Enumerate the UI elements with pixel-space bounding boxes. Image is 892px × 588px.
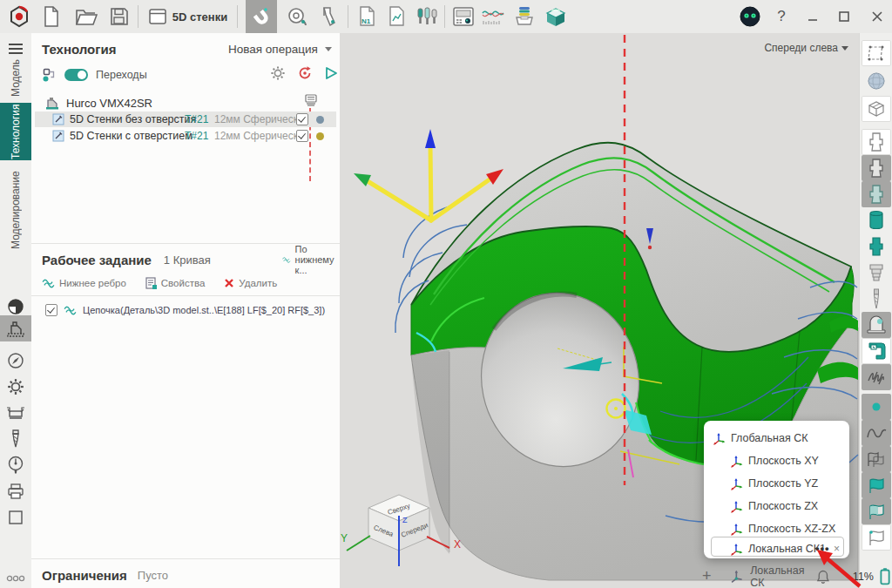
additive-button[interactable] <box>509 0 540 33</box>
menu-item-plane-xy[interactable]: Плоскость XY <box>730 450 819 471</box>
job-item-row[interactable]: Цепочка(Деталь\3D model.st..\E[188] LF[$… <box>45 301 325 319</box>
more-button[interactable] <box>0 566 31 588</box>
stock-layers-button[interactable] <box>862 260 891 286</box>
point-marker-button[interactable] <box>862 394 891 420</box>
chevron-down-icon <box>841 46 848 51</box>
tool-button[interactable] <box>0 427 31 451</box>
flag-result-button[interactable] <box>862 498 891 524</box>
lower-edge-button[interactable]: Нижнее ребро <box>42 278 126 288</box>
current-cs-selector[interactable]: Локальная СК <box>750 564 816 588</box>
part-solid-button[interactable] <box>862 155 891 181</box>
tab-5d-walls[interactable]: 5D стенки <box>143 0 233 33</box>
flag-outline-button[interactable] <box>862 524 891 551</box>
operation-checkbox[interactable] <box>296 113 308 125</box>
cs-more-button[interactable]: ••• <box>815 538 830 559</box>
compass-button[interactable] <box>0 348 31 373</box>
constraints-header: Ограничения Пусто <box>42 565 168 585</box>
svg-text:N1: N1 <box>362 17 371 25</box>
machine-mode-button[interactable] <box>0 315 31 341</box>
operation-settings-button[interactable] <box>270 65 286 84</box>
caliper-button[interactable] <box>314 0 343 33</box>
menu-item-plane-yz[interactable]: Плоскость YZ <box>730 473 818 494</box>
minimize-button[interactable] <box>800 0 826 33</box>
toolpath-hatch-button[interactable] <box>862 364 891 390</box>
hamburger-icon <box>8 43 24 55</box>
bell-icon[interactable] <box>816 569 830 585</box>
assistant-button[interactable] <box>737 0 763 33</box>
technology-panel: Технология Новая операция Переходы Hurco… <box>31 33 341 588</box>
stock-part-button[interactable] <box>862 233 891 260</box>
new-operation-label: Новая операция <box>228 43 318 56</box>
maximize-icon <box>838 10 850 23</box>
tab-technology[interactable]: Технология <box>0 103 31 160</box>
add-cs-button[interactable]: + <box>702 567 720 585</box>
menu-item-plane-zx[interactable]: Плоскость ZX <box>730 496 818 517</box>
y-axis-arrow <box>354 173 371 186</box>
nc-program-button[interactable]: N1 <box>352 0 382 33</box>
frame-button[interactable] <box>0 505 31 530</box>
machine-active-button[interactable] <box>862 338 891 364</box>
operation-icon <box>52 130 64 142</box>
view-orientation-selector[interactable]: Спереди слева <box>764 42 848 54</box>
tab-modeling[interactable]: Моделирование <box>0 164 31 256</box>
sphere-mesh-button[interactable] <box>862 68 891 94</box>
wire-box-button[interactable] <box>862 96 891 122</box>
play-icon <box>324 66 338 80</box>
job-item-checkbox[interactable] <box>45 304 57 316</box>
close-button[interactable] <box>864 0 890 33</box>
spline-curve-button[interactable] <box>862 420 891 446</box>
measure-tape-button[interactable] <box>282 0 312 33</box>
magnet-snap-button[interactable] <box>246 0 277 33</box>
help-button[interactable]: ? <box>770 0 793 33</box>
report-button[interactable] <box>382 0 411 33</box>
operations-list-button[interactable] <box>304 94 318 110</box>
drill-tool-button[interactable] <box>862 286 891 312</box>
new-operation-dropdown[interactable]: Новая операция <box>228 38 332 59</box>
menu-item-local-cs1[interactable]: Локальная СК1 <box>730 538 826 559</box>
operation-row-1[interactable]: 5D Стенки без отверстия T#21 12мм Сферич… <box>35 112 336 127</box>
part-fixture-button[interactable] <box>862 181 891 207</box>
flags-all-button[interactable] <box>862 446 891 472</box>
tab-model[interactable]: Модель <box>0 56 31 99</box>
part-outline-button[interactable] <box>862 129 891 155</box>
tools-button[interactable] <box>411 0 443 33</box>
x-axis-label: X <box>454 538 461 551</box>
panel-title: Технология <box>42 42 116 57</box>
machine-node[interactable]: Hurco VMX42SR <box>45 94 152 112</box>
workpiece-frame-button[interactable] <box>862 40 891 66</box>
new-document-button[interactable] <box>37 0 66 33</box>
open-document-button[interactable] <box>71 0 101 33</box>
left-mode-strip: Модель Технология Моделирование <box>0 33 32 588</box>
gauge-button[interactable] <box>0 453 31 477</box>
graph-button[interactable] <box>477 0 509 33</box>
fixture-button[interactable] <box>0 401 31 425</box>
stock-cylinder-button[interactable] <box>862 207 891 233</box>
cs-close-button[interactable]: × <box>834 538 840 559</box>
menu-item-global-cs[interactable]: Глобальная СК <box>713 428 808 449</box>
machine-panel-button[interactable] <box>448 0 479 33</box>
machine-active-icon <box>866 341 887 361</box>
curve-icon <box>42 279 55 288</box>
properties-button[interactable]: Свойства <box>145 277 206 289</box>
constraints-value: Пусто <box>138 569 168 582</box>
flag-teal-button[interactable] <box>862 472 891 498</box>
machine-name: Hurco VMX42SR <box>66 97 152 110</box>
delete-button[interactable]: Удалить <box>224 278 277 288</box>
settings-button[interactable] <box>0 375 31 399</box>
machine-sim-button[interactable] <box>862 312 891 338</box>
properties-icon <box>145 277 157 289</box>
printer-button[interactable] <box>0 479 31 504</box>
maximize-button[interactable] <box>831 0 857 33</box>
operation-checkbox[interactable] <box>296 130 308 142</box>
view-orientation-label: Спереди слева <box>764 42 838 54</box>
cs-triad-icon <box>713 432 726 445</box>
transitions-toggle[interactable] <box>64 69 88 81</box>
run-button[interactable] <box>324 66 338 84</box>
transitions-label: Переходы <box>96 69 147 81</box>
save-button[interactable] <box>105 0 134 33</box>
recalculate-button[interactable] <box>297 65 313 84</box>
package-button[interactable] <box>540 0 571 33</box>
assistant-robot-icon <box>739 5 761 28</box>
operation-row-2[interactable]: 5D Стенки с отверстием T#21 12мм Сфериче… <box>35 128 336 144</box>
gear-icon <box>270 65 286 81</box>
